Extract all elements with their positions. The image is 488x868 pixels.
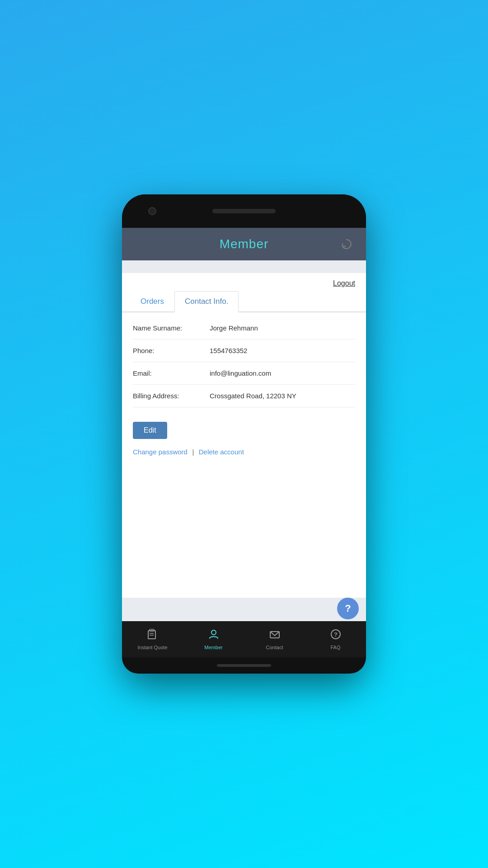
tabs-row: Orders Contact Info.	[122, 291, 366, 312]
tab-contact-info[interactable]: Contact Info.	[174, 291, 239, 312]
instant-quote-icon	[147, 628, 159, 643]
links-row: Change password | Delete account	[122, 446, 366, 463]
svg-rect-0	[148, 631, 155, 639]
field-label-name: Name Surname:	[133, 324, 210, 332]
nav-item-member[interactable]: Member	[183, 621, 244, 657]
phone-topbar	[122, 194, 366, 228]
nav-label-member: Member	[204, 645, 222, 650]
app-header: Member	[122, 228, 366, 260]
nav-item-faq[interactable]: ? FAQ	[305, 621, 366, 657]
page-title: Member	[220, 237, 269, 251]
info-row-billing: Billing Address: Crossgated Road, 12203 …	[133, 385, 355, 407]
info-row-email: Email: info@linguation.com	[133, 362, 355, 385]
refresh-icon[interactable]	[340, 237, 353, 251]
field-label-email: Email:	[133, 369, 210, 377]
logout-link[interactable]: Logout	[333, 279, 355, 288]
phone-bottom-indicator	[217, 664, 271, 667]
nav-item-instant-quote[interactable]: Instant Quote	[122, 621, 183, 657]
member-icon	[208, 628, 220, 643]
phone-device: Member Logout Orders Contact I	[122, 194, 366, 674]
app-content: Logout Orders Contact Info. Name Surname…	[122, 260, 366, 621]
bottom-nav: Instant Quote Member C	[122, 621, 366, 657]
logout-row: Logout	[122, 273, 366, 291]
edit-btn-row: Edit	[122, 412, 366, 446]
nav-item-contact[interactable]: Contact	[244, 621, 305, 657]
content-spacer	[122, 463, 366, 598]
edit-button[interactable]: Edit	[133, 422, 167, 439]
nav-label-instant-quote: Instant Quote	[137, 645, 167, 650]
content-topbar	[122, 260, 366, 273]
nav-label-faq: FAQ	[330, 645, 340, 650]
nav-label-contact: Contact	[266, 645, 283, 650]
phone-screen: Member Logout Orders Contact I	[122, 228, 366, 657]
svg-point-4	[211, 630, 216, 635]
field-value-phone: 1554763352	[210, 347, 247, 354]
delete-account-link[interactable]: Delete account	[199, 448, 244, 456]
help-fab-button[interactable]: ?	[337, 598, 359, 619]
info-row-phone: Phone: 1554763352	[133, 340, 355, 362]
svg-text:?: ?	[334, 631, 338, 638]
link-separator: |	[192, 448, 194, 456]
field-label-billing: Billing Address:	[133, 392, 210, 400]
contact-info-table: Name Surname: Jorge Rehmann Phone: 15547…	[122, 312, 366, 412]
field-label-phone: Phone:	[133, 347, 210, 354]
phone-camera	[148, 207, 156, 215]
change-password-link[interactable]: Change password	[133, 448, 188, 456]
bottom-area: ?	[122, 598, 366, 621]
field-value-name: Jorge Rehmann	[210, 324, 258, 332]
phone-bottombar	[122, 657, 366, 674]
field-value-email: info@linguation.com	[210, 369, 271, 377]
phone-speaker	[212, 209, 276, 213]
contact-icon	[269, 628, 281, 643]
help-icon: ?	[345, 603, 351, 614]
tab-orders[interactable]: Orders	[130, 291, 174, 312]
info-row-name: Name Surname: Jorge Rehmann	[133, 317, 355, 340]
faq-icon: ?	[330, 628, 342, 643]
field-value-billing: Crossgated Road, 12203 NY	[210, 392, 296, 400]
